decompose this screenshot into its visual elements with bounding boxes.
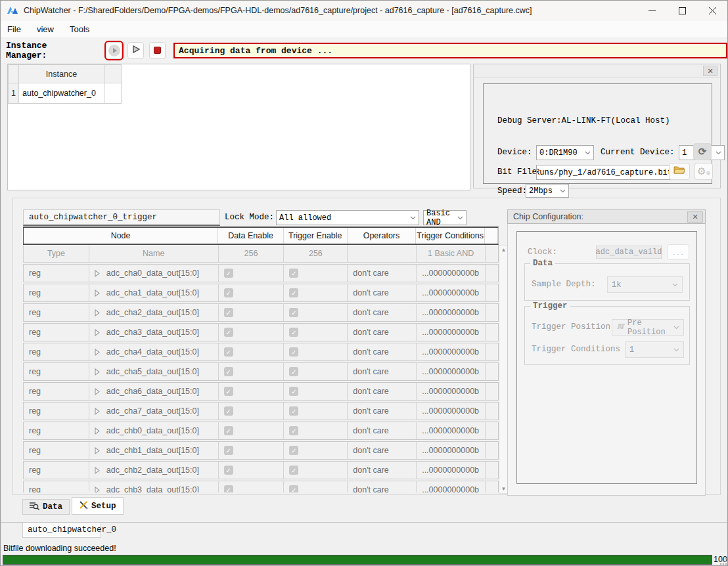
trigger-enable-checkbox[interactable]: ✓ [289, 308, 298, 317]
cell-operator[interactable]: don't care [348, 324, 417, 341]
data-enable-checkbox[interactable]: ✓ [224, 485, 233, 492]
expand-triangle-icon[interactable] [95, 329, 100, 336]
run-immediate-button[interactable] [127, 42, 144, 59]
resize-grip[interactable] [719, 557, 727, 565]
cell-operator[interactable]: don't care [348, 403, 417, 420]
data-enable-checkbox[interactable]: ✓ [224, 328, 233, 337]
tab-auto-chipwatcher-0[interactable]: auto_chipwatcher_0 [22, 523, 101, 538]
cell-operator[interactable]: don't care [348, 284, 417, 301]
trigger-conditions-label: Trigger Conditions [532, 345, 620, 354]
expand-triangle-icon[interactable] [95, 427, 100, 435]
cell-operator[interactable]: don't care [348, 481, 417, 492]
trigger-enable-checkbox[interactable]: ✓ [289, 288, 298, 297]
logic-mode-select[interactable]: Basic AND [423, 210, 466, 225]
speed-select[interactable]: 2Mbps [526, 184, 569, 198]
cell-condition[interactable]: ...0000000000b [417, 481, 486, 492]
cell-operator[interactable]: don't care [348, 422, 417, 439]
lock-mode-value: All allowed [279, 213, 331, 223]
expand-triangle-icon[interactable] [95, 447, 100, 454]
cell-operator[interactable]: don't care [348, 462, 417, 479]
cell-condition[interactable]: ...0000000000b [417, 383, 486, 400]
data-enable-checkbox[interactable]: ✓ [224, 466, 233, 475]
device-select[interactable]: 0:DR1M90 [536, 145, 594, 160]
expand-triangle-icon[interactable] [95, 309, 100, 316]
data-enable-checkbox[interactable]: ✓ [224, 288, 233, 297]
data-enable-checkbox[interactable]: ✓ [224, 308, 233, 317]
program-device-button[interactable]: ⚙⊕ [694, 163, 713, 180]
tab-setup[interactable]: Setup [72, 497, 124, 515]
trigger-conditions-select[interactable]: 1 [625, 341, 684, 358]
trigger-enable-checkbox[interactable]: ✓ [289, 406, 298, 416]
menu-file[interactable]: File [7, 24, 21, 34]
cell-filler [486, 304, 499, 321]
cell-operator[interactable]: don't care [348, 442, 417, 459]
data-enable-checkbox[interactable]: ✓ [224, 367, 233, 376]
view-tabs: Data Setup [22, 497, 124, 515]
menu-view[interactable]: view [37, 24, 54, 34]
cell-operator[interactable]: don't care [348, 304, 417, 321]
menu-tools[interactable]: Tools [70, 24, 89, 34]
expand-triangle-icon[interactable] [95, 368, 100, 376]
lock-mode-select[interactable]: All allowed [276, 210, 419, 225]
data-enable-checkbox[interactable]: ✓ [224, 426, 233, 435]
data-enable-checkbox[interactable]: ✓ [224, 446, 233, 455]
scroll-down-icon[interactable]: ▼ [500, 486, 507, 492]
data-enable-checkbox[interactable]: ✓ [224, 387, 233, 396]
expand-triangle-icon[interactable] [95, 290, 100, 297]
expand-triangle-icon[interactable] [95, 349, 100, 356]
cell-operator[interactable]: don't care [348, 265, 417, 282]
expand-triangle-icon[interactable] [95, 270, 100, 277]
expand-triangle-icon[interactable] [95, 408, 100, 415]
trigger-enable-checkbox[interactable]: ✓ [289, 466, 298, 475]
minimize-button[interactable] [637, 1, 667, 20]
cell-condition[interactable]: ...0000000000b [417, 422, 486, 439]
data-enable-cell: ✓ [219, 442, 284, 459]
close-button[interactable] [697, 1, 727, 20]
maximize-button[interactable] [667, 1, 697, 20]
data-enable-checkbox[interactable]: ✓ [224, 347, 233, 357]
scroll-up-icon[interactable]: ▲ [500, 247, 507, 253]
expand-triangle-icon[interactable] [95, 467, 100, 474]
trigger-enable-checkbox[interactable]: ✓ [289, 426, 298, 435]
data-enable-checkbox[interactable]: ✓ [224, 269, 233, 278]
cell-condition[interactable]: ...0000000000b [417, 403, 486, 420]
trigger-enable-checkbox[interactable]: ✓ [289, 367, 298, 376]
cell-condition[interactable]: ...0000000000b [417, 324, 486, 341]
expand-triangle-icon[interactable] [95, 487, 100, 493]
trigger-enable-checkbox[interactable]: ✓ [289, 446, 298, 455]
run-button[interactable] [106, 42, 122, 59]
cell-condition[interactable]: ...0000000000b [417, 363, 486, 380]
trigger-enable-checkbox[interactable]: ✓ [289, 485, 298, 492]
clock-browse-button[interactable]: . . . [667, 244, 689, 260]
debug-panel-close-icon[interactable]: ✕ [703, 66, 717, 76]
cell-name: adc_cha1_data_out[15:0] [89, 284, 219, 301]
bitfile-input[interactable]: ture_Runs/phy_1/ad7616_capture.bit [536, 165, 675, 180]
cell-condition[interactable]: ...0000000000b [417, 265, 486, 282]
data-group-legend: Data [530, 259, 555, 268]
trigger-enable-checkbox[interactable]: ✓ [289, 269, 298, 278]
trigger-enable-checkbox[interactable]: ✓ [289, 347, 298, 357]
tab-data[interactable]: Data [22, 499, 70, 515]
trigger-enable-checkbox[interactable]: ✓ [289, 387, 298, 396]
trigger-position-select[interactable]: Pre Position [612, 319, 684, 336]
stop-button[interactable] [149, 42, 166, 59]
trigger-enable-checkbox[interactable]: ✓ [289, 328, 298, 337]
chip-config-close-icon[interactable]: ✕ [687, 211, 703, 223]
cell-operator[interactable]: don't care [348, 383, 417, 400]
cell-condition[interactable]: ...0000000000b [417, 462, 486, 479]
cell-condition[interactable]: ...0000000000b [417, 304, 486, 321]
cell-condition[interactable]: ...0000000000b [417, 343, 486, 360]
sample-depth-select[interactable]: 1k [607, 276, 683, 293]
browse-bitfile-button[interactable] [669, 163, 690, 180]
refresh-device-button[interactable]: ⟳ [693, 143, 712, 160]
data-enable-checkbox[interactable]: ✓ [224, 406, 233, 416]
cell-operator[interactable]: don't care [348, 343, 417, 360]
cell-operator[interactable]: don't care [348, 363, 417, 380]
trigger-tab[interactable]: auto_chipwatcher_0_trigger [23, 209, 220, 226]
instance-row[interactable]: 1 auto_chipwatcher_0 [8, 83, 122, 104]
cell-condition[interactable]: ...0000000000b [417, 284, 486, 301]
cell-condition[interactable]: ...0000000000b [417, 442, 486, 459]
expand-triangle-icon[interactable] [95, 388, 100, 395]
instance-name-cell[interactable]: auto_chipwatcher_0 [18, 83, 104, 104]
device-label: Device: [497, 148, 532, 157]
